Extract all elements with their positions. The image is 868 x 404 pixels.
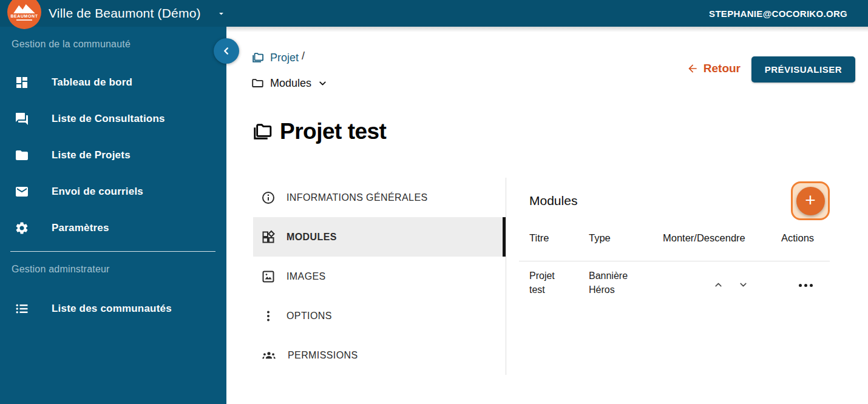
chevron-left-icon [220,44,233,58]
sidebar-item-liste-de-projets[interactable]: Liste de Projets [0,137,226,173]
sidebar-item-label: Envoi de courriels [52,186,143,198]
tab-permissions[interactable]: PERMISSIONS [253,335,506,375]
move-up-button[interactable] [713,280,724,290]
cell-monter-descendre [663,272,781,297]
mail-icon [15,184,29,199]
folder-copy-icon [251,51,264,64]
caret-down-icon [217,9,226,18]
info-icon [261,190,276,205]
chevron-down-icon[interactable] [317,78,328,89]
back-label: Retour [704,62,741,75]
table-row: Projet test Bannière Héros [519,261,830,297]
chevron-down-icon [738,280,748,290]
main-content: Projet / Modules Retour PRÉVISUALISER [226,27,868,404]
column-header-monter-descendre: Monter/Descendre [663,232,781,244]
modules-table-header: Titre Type Monter/Descendre Actions [519,232,830,261]
breadcrumb-projet[interactable]: Projet [270,52,299,64]
sidebar-item-label: Paramètres [52,222,109,234]
mountain-icon [12,4,36,13]
sidebar-item-label: Liste de Consultations [52,113,165,125]
tab-label: OPTIONS [287,311,332,322]
modules-panel: Modules + Titre Type Monter/Descendre Ac… [519,178,830,297]
tab-options[interactable]: OPTIONS [253,296,506,335]
tab-label: IMAGES [287,271,326,282]
ellipsis-icon [810,284,813,287]
tab-label: PERMISSIONS [288,350,358,361]
row-actions-button[interactable] [795,280,816,291]
tab-label: INFORMATIONS GÉNÉRALES [287,192,428,203]
beaumont-logo: BEAUMONT [7,0,41,29]
logo-text: BEAUMONT [10,14,38,18]
user-email[interactable]: STEPHANIE@COCORIKO.ORG [709,0,847,27]
logo-subline [16,19,32,21]
plus-icon: + [796,187,825,215]
breadcrumb: Projet / Modules [251,50,328,101]
dashboard-icon [15,75,29,90]
arrow-left-icon [687,62,699,75]
column-header-titre: Titre [529,232,589,244]
image-icon [261,269,276,284]
project-tabs: INFORMATIONS GÉNÉRALES MODULES IMAGES [253,178,506,375]
folder-icon [15,148,29,163]
sidebar-item-parametres[interactable]: Paramètres [0,210,226,246]
preview-button[interactable]: PRÉVISUALISER [751,56,855,82]
move-down-button[interactable] [738,280,748,290]
ellipsis-icon [804,284,807,287]
ellipsis-icon [799,284,802,287]
sidebar: Gestion de la communauté Tableau de bord… [0,27,226,404]
page-title: Projet test [280,119,386,144]
cell-actions [781,274,830,297]
chevron-up-icon [713,280,724,290]
gear-icon [15,221,29,235]
list-icon [15,301,29,316]
cell-titre: Projet test [529,269,567,297]
forum-icon [15,112,29,126]
modules-heading: Modules [529,194,577,208]
tab-images[interactable]: IMAGES [253,257,506,296]
column-header-actions: Actions [781,232,830,244]
sidebar-divider [10,251,215,252]
breadcrumb-modules[interactable]: Modules [270,77,311,90]
sidebar-item-label: Tableau de bord [52,76,132,89]
sidebar-item-liste-de-consultations[interactable]: Liste de Consultations [0,101,226,137]
tab-informations-generales[interactable]: INFORMATIONS GÉNÉRALES [253,178,506,217]
folder-outline-icon [251,76,264,90]
people-group-icon [261,348,277,363]
vertical-dots-icon [261,309,276,323]
community-selector[interactable]: Ville de Beaumont (Démo) [49,0,226,27]
widgets-icon [261,230,276,244]
breadcrumb-separator: / [302,50,305,62]
topbar: BEAUMONT Ville de Beaumont (Démo) STEPHA… [0,0,868,27]
sidebar-item-liste-des-communautes[interactable]: Liste des communautés [0,291,226,327]
community-name: Ville de Beaumont (Démo) [49,6,201,21]
add-module-button[interactable]: + [791,181,830,220]
sidebar-item-envoi-de-courriels[interactable]: Envoi de courriels [0,173,226,210]
sidebar-item-label: Liste de Projets [52,149,131,161]
sidebar-section-admin: Gestion adminstrateur [12,264,226,277]
cell-type: Bannière Héros [589,269,645,297]
back-button[interactable]: Retour [687,62,741,75]
tab-label: MODULES [287,232,337,243]
folder-copy-icon [251,121,273,143]
sidebar-item-label: Liste des communautés [52,303,172,315]
sidebar-section-community: Gestion de la communauté [12,39,226,52]
sidebar-item-tableau-de-bord[interactable]: Tableau de bord [0,64,226,101]
sidebar-collapse-button[interactable] [214,38,239,64]
tab-modules[interactable]: MODULES [253,217,506,257]
column-header-type: Type [589,232,663,244]
